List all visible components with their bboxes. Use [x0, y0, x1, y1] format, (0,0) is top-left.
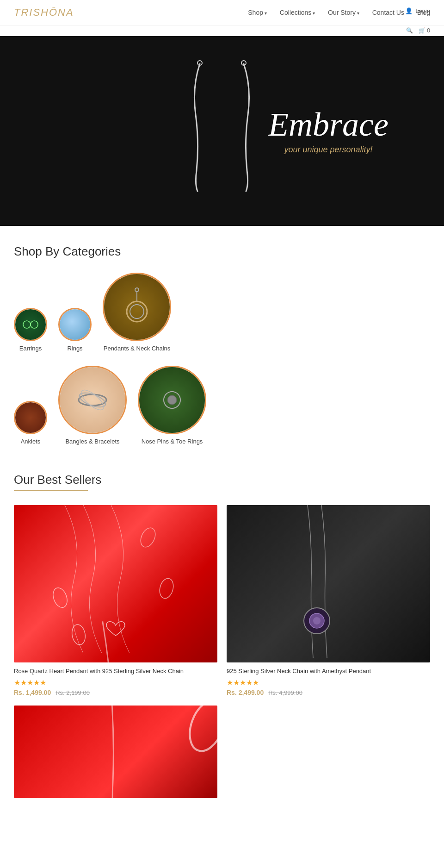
product-card-3[interactable] [14, 706, 217, 798]
login-label[interactable]: Login [415, 7, 430, 14]
hero-earrings [187, 59, 257, 194]
cart-count: 0 [427, 27, 430, 34]
product-image-3 [14, 706, 217, 798]
svg-point-21 [183, 696, 230, 756]
cart-bar: 🔍 🛒 0 [0, 25, 444, 36]
search-icon[interactable]: 🔍 [406, 27, 413, 34]
main-nav: Shop Collections Our Story Contact Us Bl… [248, 9, 430, 16]
earring-right [231, 59, 257, 194]
nav-contact[interactable]: Contact Us [372, 9, 404, 16]
best-sellers-section: Our Best Sellers Rose Qua [0, 463, 444, 817]
nav-collections[interactable]: Collections [280, 9, 315, 16]
categories-title: Shop By Categories [14, 244, 430, 259]
svg-point-5 [130, 305, 144, 318]
hero-banner: Embrace your unique personality! [0, 36, 444, 226]
earring-left [187, 59, 213, 194]
logo[interactable]: TRISHŌNA [14, 6, 74, 19]
logo-text: TRISHŌNA [14, 6, 74, 18]
nav-our-story[interactable]: Our Story [328, 9, 359, 16]
product-3-decoration [0, 318, 338, 817]
header: TRISHŌNA Shop Collections Our Story Cont… [0, 0, 444, 25]
nav-shop[interactable]: Shop [248, 9, 266, 16]
header-right: 👤 Login [405, 7, 430, 14]
cart-icon[interactable]: 🛒 0 [419, 27, 430, 34]
products-grid: Rose Quartz Heart Pendant with 925 Sterl… [14, 505, 430, 798]
hero-embrace: Embrace [268, 108, 388, 141]
user-icon: 👤 [405, 7, 413, 14]
hero-text-block: Embrace your unique personality! [268, 108, 388, 155]
hero-sub: your unique personality! [268, 145, 388, 155]
